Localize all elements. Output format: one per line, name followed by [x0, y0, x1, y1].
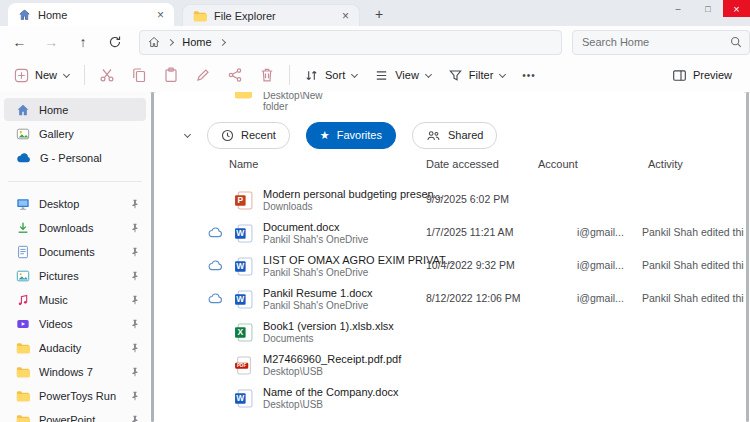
sidebar-item-music[interactable]: Music: [4, 288, 146, 311]
back-button[interactable]: ←: [7, 30, 32, 54]
file-row[interactable]: P Modern personal budgeting presen... Do…: [156, 184, 744, 217]
videos-icon: [16, 317, 30, 331]
sidebar-item-home[interactable]: Home: [4, 98, 146, 121]
preview-icon: [672, 68, 687, 83]
close-button[interactable]: ×: [723, 0, 750, 17]
toolbar-divider: [84, 65, 85, 85]
tab-file-explorer[interactable]: File Explorer ×: [182, 4, 360, 26]
search-icon: [730, 36, 742, 48]
people-icon: [426, 130, 441, 141]
sidebar-item-label: G - Personal: [40, 152, 140, 164]
file-name: Document.docx: [263, 221, 339, 233]
sidebar-item-powertoys-run[interactable]: PowerToys Run: [4, 384, 146, 407]
file-date: 9/9/2025 6:02 PM: [426, 193, 509, 205]
forward-button[interactable]: →: [39, 30, 64, 54]
sort-button[interactable]: Sort: [296, 62, 366, 88]
file-date: 10/4/2022 9:32 PM: [426, 259, 515, 271]
view-button[interactable]: View: [366, 62, 440, 88]
refresh-button[interactable]: [102, 30, 127, 54]
pill-label: Favorites: [337, 129, 382, 141]
sidebar-item-desktop[interactable]: Desktop: [4, 192, 146, 215]
breadcrumb-chevron-icon: [220, 39, 226, 45]
address-bar[interactable]: Home: [139, 30, 562, 55]
paste-button[interactable]: [155, 62, 187, 88]
column-header-account[interactable]: Account: [538, 158, 578, 170]
folder-icon: [16, 366, 30, 378]
tab-close-icon[interactable]: ×: [153, 8, 168, 22]
sidebar-item-videos[interactable]: Videos: [4, 312, 146, 335]
column-header-date-accessed[interactable]: Date accessed: [426, 158, 499, 170]
sidebar-item-gallery[interactable]: Gallery: [4, 122, 146, 145]
file-row[interactable]: PDF M27466960_Receipt.pdf.pdf Desktop\US…: [156, 349, 744, 382]
vertical-scrollbar[interactable]: [746, 92, 749, 422]
navigation-pane: Home Gallery G - Personal Desktop Downlo…: [0, 92, 150, 422]
sidebar-item-onedrive-personal[interactable]: G - Personal: [4, 146, 146, 169]
sidebar-item-pictures[interactable]: Pictures: [4, 264, 146, 287]
column-header-activity[interactable]: Activity: [648, 158, 683, 170]
sidebar-item-audacity[interactable]: Audacity: [4, 336, 146, 359]
file-name: Modern personal budgeting presen...: [263, 188, 443, 200]
file-list: P Modern personal budgeting presen... Do…: [156, 184, 744, 415]
file-row[interactable]: W LIST OF OMAX AGRO EXIM PRIVAT... Panki…: [156, 250, 744, 283]
file-location: Desktop\New folder: [263, 92, 322, 112]
tab-label: File Explorer: [214, 10, 331, 22]
file-name: M27466960_Receipt.pdf.pdf: [263, 353, 401, 365]
file-row[interactable]: X Book1 (version 1).xlsb.xlsx Documents: [156, 316, 744, 349]
rename-button[interactable]: [187, 62, 219, 88]
word-file-icon: W: [234, 224, 253, 243]
home-section-filters: Recent ★ Favorites Shared: [156, 122, 497, 148]
sidebar-item-label: Music: [39, 294, 121, 306]
recent-pill[interactable]: Recent: [207, 122, 290, 149]
sidebar-item-downloads[interactable]: Downloads: [4, 216, 146, 239]
file-activity: Pankil Shah edited this: [642, 259, 744, 271]
delete-button[interactable]: [251, 62, 283, 88]
up-button[interactable]: ↑: [71, 30, 96, 54]
file-name: Pankil Resume 1.docx: [263, 287, 372, 299]
tab-close-icon[interactable]: ×: [338, 9, 353, 23]
file-account: i@gmail...: [577, 226, 624, 238]
shared-pill[interactable]: Shared: [412, 122, 497, 149]
svg-text:W: W: [236, 261, 244, 271]
folder-icon: [16, 342, 30, 354]
sidebar-item-label: PowerPoint: [39, 414, 121, 422]
pill-label: Shared: [448, 129, 483, 141]
file-location: Desktop\USB: [263, 366, 323, 377]
file-account: i@gmail...: [577, 292, 624, 304]
sidebar-item-documents[interactable]: Documents: [4, 240, 146, 263]
collapse-chevron-icon[interactable]: [184, 132, 191, 139]
sidebar-scrollbar[interactable]: [151, 92, 154, 422]
new-button[interactable]: New: [6, 62, 78, 88]
share-button[interactable]: [219, 62, 251, 88]
folder-icon: [16, 414, 30, 422]
word-file-icon: W: [234, 389, 253, 408]
more-options-button[interactable]: •••: [514, 70, 544, 81]
svg-text:PDF: PDF: [237, 363, 246, 368]
cloud-status-icon: [208, 293, 223, 304]
music-icon: [16, 293, 30, 307]
pictures-icon: [16, 269, 30, 283]
sidebar-item-powerpoint[interactable]: PowerPoint: [4, 408, 146, 422]
minimize-button[interactable]: –: [663, 0, 693, 17]
new-tab-button[interactable]: +: [368, 4, 390, 24]
search-box[interactable]: [572, 30, 750, 55]
file-row[interactable]: W Name of the Company.docx Desktop\USB: [156, 382, 744, 415]
pin-icon: [130, 319, 140, 329]
filter-button[interactable]: Filter: [440, 62, 514, 88]
favorites-pill[interactable]: ★ Favorites: [306, 122, 396, 149]
copy-button[interactable]: [123, 62, 155, 88]
svg-text:W: W: [236, 393, 244, 403]
search-input[interactable]: [580, 35, 724, 49]
tab-home[interactable]: Home ×: [8, 3, 174, 26]
sidebar-item-windows-7[interactable]: Windows 7: [4, 360, 146, 383]
preview-button[interactable]: Preview: [664, 62, 740, 88]
breadcrumb[interactable]: Home: [182, 36, 211, 48]
chevron-down-icon: [63, 72, 70, 79]
sidebar-item-label: Documents: [39, 246, 121, 258]
column-header-name[interactable]: Name: [229, 158, 258, 170]
file-row[interactable]: W Pankil Resume 1.docx Pankil Shah's One…: [156, 283, 744, 316]
new-icon: [14, 68, 29, 83]
maximize-button[interactable]: □: [693, 0, 723, 17]
cut-button[interactable]: [91, 62, 123, 88]
file-activity: Pankil Shah edited this: [642, 292, 744, 304]
file-row[interactable]: W Document.docx Pankil Shah's OneDrive 1…: [156, 217, 744, 250]
